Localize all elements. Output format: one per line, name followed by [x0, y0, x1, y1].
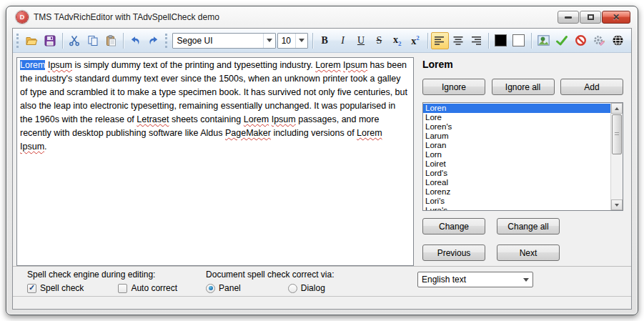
undo-arrow-icon [129, 35, 141, 46]
client-area: Segoe UI 10 B I U S x2 x2 [12, 28, 632, 310]
open-folder-icon [26, 35, 38, 46]
suggestion-item[interactable]: Loren's [423, 122, 610, 132]
ignore-all-button[interactable]: Ignore all [492, 79, 555, 95]
dialog-option[interactable]: Dialog [288, 283, 325, 293]
chevron-down-icon [299, 39, 304, 42]
text-color-button[interactable] [492, 32, 510, 49]
scroll-down-button[interactable] [611, 199, 623, 210]
suggestions-scrollbar[interactable] [610, 103, 623, 210]
suggestion-item[interactable]: Loren [423, 104, 610, 113]
change-all-button[interactable]: Change all [497, 218, 560, 234]
maximize-button[interactable] [580, 11, 601, 24]
editor-text-segment: Lorem [315, 60, 340, 70]
auto-correct-option[interactable]: ✓ Auto correct [118, 283, 177, 293]
spellcheck-stop-button[interactable] [571, 32, 590, 49]
align-left-button[interactable] [431, 32, 449, 49]
rich-text-editor[interactable]: Lorem Ipsum is simply dummy text of the … [16, 57, 414, 266]
cut-button[interactable] [66, 32, 84, 49]
spellcheck-settings-button[interactable] [590, 32, 608, 49]
spell-check-option[interactable]: ✓ Spell check [27, 283, 84, 293]
engine-group-label: Spell check engine during editing: [27, 270, 177, 280]
globe-icon [612, 34, 624, 46]
add-button[interactable]: Add [560, 79, 623, 95]
previous-button[interactable]: Previous [422, 245, 485, 261]
suggestion-item[interactable]: Lord's [423, 169, 610, 178]
chevron-down-icon [523, 278, 529, 282]
save-button[interactable] [41, 32, 59, 49]
underline-button[interactable]: U [352, 32, 370, 49]
superscript-button[interactable]: x2 [406, 32, 424, 49]
suggestions-items: LorenLoreLoren'sLarumLoranLornLoiretLord… [423, 103, 610, 210]
engine-options-group: Spell check engine during editing: ✓ Spe… [27, 270, 177, 296]
italic-button[interactable]: I [334, 32, 352, 49]
font-name-combo[interactable]: Segoe UI [172, 33, 275, 49]
suggestions-listbox[interactable]: LorenLoreLoren'sLarumLoranLornLoiretLord… [422, 102, 623, 211]
undo-button[interactable] [127, 32, 144, 49]
suggestion-item[interactable]: Lura's [423, 206, 610, 210]
minimize-button[interactable] [558, 11, 579, 24]
redo-button[interactable] [144, 32, 162, 49]
language-globe-button[interactable] [608, 32, 627, 49]
misspelled-word-title: Lorem [422, 59, 625, 70]
highlight-color-button[interactable] [510, 32, 527, 49]
spellcheck-panel: Lorem Ignore Ignore all Add LorenLoreLor… [421, 57, 625, 266]
suggestion-item[interactable]: Loreal [423, 178, 610, 187]
font-name-value: Segoe UI [173, 36, 262, 46]
open-button[interactable] [23, 32, 41, 49]
align-center-button[interactable] [449, 32, 467, 49]
scrollbar-thumb[interactable] [612, 114, 622, 154]
suggestion-item[interactable]: Lori's [423, 197, 610, 206]
superscript-icon: x2 [411, 34, 420, 47]
auto-correct-checkbox[interactable]: ✓ [118, 284, 127, 293]
subscript-icon: x2 [393, 34, 402, 47]
suggestion-item[interactable]: Lorn [423, 150, 610, 159]
toolbar-separator [488, 33, 489, 49]
font-combo-dropdown[interactable] [263, 34, 275, 48]
clipboard-icon [105, 35, 117, 46]
spell-check-checkbox[interactable]: ✓ [27, 284, 36, 293]
copy-button[interactable] [84, 32, 101, 49]
toolbar-grip[interactable] [16, 34, 20, 48]
editor-text-segment: Lorem [20, 60, 45, 70]
language-combo[interactable]: English text [417, 272, 533, 287]
language-combo-dropdown[interactable] [520, 272, 532, 287]
ignore-button[interactable]: Ignore [422, 79, 485, 95]
editor-text-segment: . [44, 142, 46, 152]
close-button[interactable]: ✕ [602, 11, 630, 24]
green-check-icon [555, 35, 568, 46]
italic-label: I [341, 35, 345, 46]
editor-text-segment: including versions of [271, 128, 357, 138]
dialog-radio[interactable] [288, 284, 297, 293]
bold-button[interactable]: B [316, 32, 334, 49]
size-combo-dropdown[interactable] [295, 34, 307, 48]
scroll-up-button[interactable] [611, 103, 623, 114]
toolbar-grip[interactable] [165, 34, 169, 48]
spellcheck-run-button[interactable] [553, 32, 571, 49]
footer-options: Spell check engine during editing: ✓ Spe… [13, 266, 631, 296]
strikethrough-button[interactable]: S [370, 32, 388, 49]
change-button[interactable]: Change [422, 218, 485, 234]
next-button[interactable]: Next [497, 245, 560, 261]
subscript-button[interactable]: x2 [388, 32, 406, 49]
insert-image-button[interactable] [535, 32, 553, 49]
suggestion-item[interactable]: Larum [423, 132, 610, 141]
suggestion-item[interactable]: Loran [423, 141, 610, 150]
gear-pencil-icon [593, 34, 605, 46]
panel-radio[interactable] [206, 284, 215, 293]
window-title: TMS TAdvRichEditor with TAdvSpellCheck d… [34, 12, 219, 22]
suggestion-item[interactable]: Loiret [423, 159, 610, 169]
app-icon: D [16, 11, 28, 23]
correct-via-group: Document spell check correct via: Panel … [206, 270, 334, 296]
toolbar-separator [427, 33, 428, 49]
font-size-combo[interactable]: 10 [277, 33, 308, 49]
panel-option[interactable]: Panel [206, 283, 241, 293]
align-right-button[interactable] [467, 32, 485, 49]
suggestion-item[interactable]: Lorenz [423, 187, 610, 197]
suggestion-item[interactable]: Lore [423, 113, 610, 122]
underline-label: U [357, 35, 365, 46]
auto-correct-label: Auto correct [131, 283, 177, 293]
paste-button[interactable] [101, 32, 119, 49]
titlebar[interactable]: D TMS TAdvRichEditor with TAdvSpellCheck… [6, 6, 638, 28]
editor-text-segment: Ipsum [48, 60, 72, 70]
navigation-button-row: Previous Next [421, 245, 625, 261]
